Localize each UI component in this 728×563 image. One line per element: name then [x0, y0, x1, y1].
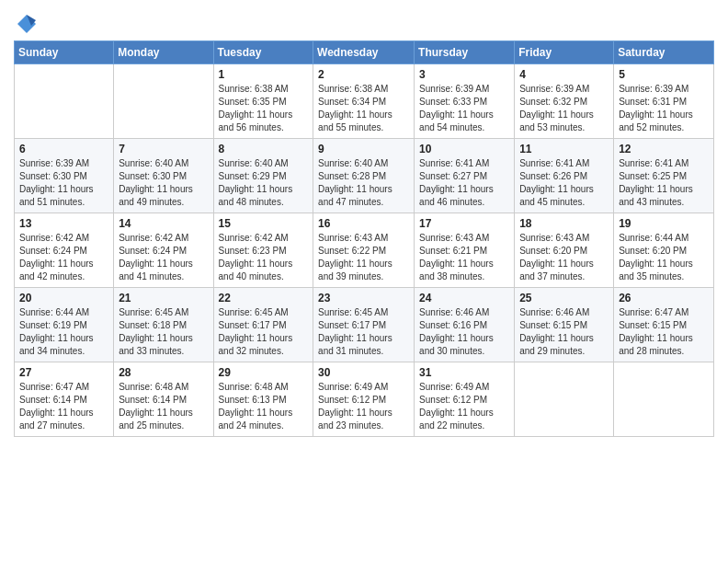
- col-header-thursday: Thursday: [415, 41, 515, 64]
- day-number: 10: [419, 143, 509, 155]
- logo-icon: [16, 13, 38, 35]
- calendar-cell: 27Sunrise: 6:47 AM Sunset: 6:14 PM Dayli…: [15, 362, 114, 437]
- day-number: 4: [519, 68, 609, 81]
- cell-details: Sunrise: 6:47 AM Sunset: 6:14 PM Dayligh…: [19, 381, 108, 432]
- calendar-cell: 3Sunrise: 6:39 AM Sunset: 6:33 PM Daylig…: [415, 64, 515, 139]
- calendar-week-1: 6Sunrise: 6:39 AM Sunset: 6:30 PM Daylig…: [15, 139, 714, 213]
- calendar-week-2: 13Sunrise: 6:42 AM Sunset: 6:24 PM Dayli…: [15, 213, 714, 288]
- calendar-cell: 8Sunrise: 6:40 AM Sunset: 6:29 PM Daylig…: [213, 139, 313, 213]
- day-number: 14: [119, 217, 208, 230]
- calendar-cell: 6Sunrise: 6:39 AM Sunset: 6:30 PM Daylig…: [15, 139, 114, 213]
- calendar-table: SundayMondayTuesdayWednesdayThursdayFrid…: [14, 40, 714, 437]
- day-number: 6: [19, 143, 108, 155]
- calendar-cell: 16Sunrise: 6:43 AM Sunset: 6:22 PM Dayli…: [313, 213, 415, 288]
- calendar-cell: 15Sunrise: 6:42 AM Sunset: 6:23 PM Dayli…: [213, 213, 313, 288]
- cell-details: Sunrise: 6:40 AM Sunset: 6:28 PM Dayligh…: [318, 157, 409, 209]
- col-header-sunday: Sunday: [15, 41, 114, 64]
- cell-details: Sunrise: 6:45 AM Sunset: 6:17 PM Dayligh…: [219, 306, 309, 358]
- day-number: 1: [219, 68, 309, 81]
- calendar-header-row: SundayMondayTuesdayWednesdayThursdayFrid…: [15, 41, 714, 64]
- day-number: 30: [318, 366, 409, 379]
- cell-details: Sunrise: 6:49 AM Sunset: 6:12 PM Dayligh…: [318, 381, 409, 432]
- day-number: 12: [619, 143, 709, 155]
- cell-details: Sunrise: 6:41 AM Sunset: 6:27 PM Dayligh…: [419, 157, 509, 209]
- cell-details: Sunrise: 6:43 AM Sunset: 6:20 PM Dayligh…: [519, 232, 609, 283]
- calendar-cell: 10Sunrise: 6:41 AM Sunset: 6:27 PM Dayli…: [415, 139, 515, 213]
- calendar-cell: 1Sunrise: 6:38 AM Sunset: 6:35 PM Daylig…: [213, 64, 313, 139]
- logo: [14, 13, 38, 35]
- cell-details: Sunrise: 6:40 AM Sunset: 6:30 PM Dayligh…: [119, 157, 208, 209]
- calendar-cell: 30Sunrise: 6:49 AM Sunset: 6:12 PM Dayli…: [313, 362, 415, 437]
- cell-details: Sunrise: 6:44 AM Sunset: 6:20 PM Dayligh…: [619, 232, 709, 283]
- cell-details: Sunrise: 6:42 AM Sunset: 6:23 PM Dayligh…: [219, 232, 309, 283]
- calendar-cell: 26Sunrise: 6:47 AM Sunset: 6:15 PM Dayli…: [614, 288, 714, 362]
- calendar-week-3: 20Sunrise: 6:44 AM Sunset: 6:19 PM Dayli…: [15, 288, 714, 362]
- calendar-cell: 7Sunrise: 6:40 AM Sunset: 6:30 PM Daylig…: [114, 139, 213, 213]
- calendar-cell: 21Sunrise: 6:45 AM Sunset: 6:18 PM Dayli…: [114, 288, 213, 362]
- calendar-cell: 24Sunrise: 6:46 AM Sunset: 6:16 PM Dayli…: [415, 288, 515, 362]
- calendar-week-0: 1Sunrise: 6:38 AM Sunset: 6:35 PM Daylig…: [15, 64, 714, 139]
- col-header-monday: Monday: [114, 41, 213, 64]
- calendar-cell: 2Sunrise: 6:38 AM Sunset: 6:34 PM Daylig…: [313, 64, 415, 139]
- cell-details: Sunrise: 6:38 AM Sunset: 6:34 PM Dayligh…: [318, 83, 409, 134]
- cell-details: Sunrise: 6:39 AM Sunset: 6:33 PM Dayligh…: [419, 83, 509, 134]
- calendar-cell: 25Sunrise: 6:46 AM Sunset: 6:15 PM Dayli…: [515, 288, 614, 362]
- cell-details: Sunrise: 6:41 AM Sunset: 6:25 PM Dayligh…: [619, 157, 709, 209]
- day-number: 25: [519, 292, 609, 304]
- calendar-cell: [515, 362, 614, 437]
- day-number: 22: [219, 292, 309, 304]
- calendar-cell: 20Sunrise: 6:44 AM Sunset: 6:19 PM Dayli…: [15, 288, 114, 362]
- calendar-cell: 13Sunrise: 6:42 AM Sunset: 6:24 PM Dayli…: [15, 213, 114, 288]
- calendar-cell: 14Sunrise: 6:42 AM Sunset: 6:24 PM Dayli…: [114, 213, 213, 288]
- day-number: 23: [318, 292, 409, 304]
- col-header-wednesday: Wednesday: [313, 41, 415, 64]
- cell-details: Sunrise: 6:44 AM Sunset: 6:19 PM Dayligh…: [19, 306, 108, 358]
- cell-details: Sunrise: 6:42 AM Sunset: 6:24 PM Dayligh…: [19, 232, 108, 283]
- calendar-week-4: 27Sunrise: 6:47 AM Sunset: 6:14 PM Dayli…: [15, 362, 714, 437]
- calendar-cell: 23Sunrise: 6:45 AM Sunset: 6:17 PM Dayli…: [313, 288, 415, 362]
- day-number: 9: [318, 143, 409, 155]
- calendar-cell: 17Sunrise: 6:43 AM Sunset: 6:21 PM Dayli…: [415, 213, 515, 288]
- day-number: 16: [318, 217, 409, 230]
- calendar-cell: 19Sunrise: 6:44 AM Sunset: 6:20 PM Dayli…: [614, 213, 714, 288]
- calendar-cell: [114, 64, 213, 139]
- cell-details: Sunrise: 6:39 AM Sunset: 6:30 PM Dayligh…: [19, 157, 108, 209]
- cell-details: Sunrise: 6:46 AM Sunset: 6:16 PM Dayligh…: [419, 306, 509, 358]
- cell-details: Sunrise: 6:49 AM Sunset: 6:12 PM Dayligh…: [419, 381, 509, 432]
- calendar-cell: [614, 362, 714, 437]
- cell-details: Sunrise: 6:46 AM Sunset: 6:15 PM Dayligh…: [519, 306, 609, 358]
- day-number: 19: [619, 217, 709, 230]
- cell-details: Sunrise: 6:41 AM Sunset: 6:26 PM Dayligh…: [519, 157, 609, 209]
- day-number: 15: [219, 217, 309, 230]
- day-number: 18: [519, 217, 609, 230]
- calendar-cell: 28Sunrise: 6:48 AM Sunset: 6:14 PM Dayli…: [114, 362, 213, 437]
- cell-details: Sunrise: 6:39 AM Sunset: 6:31 PM Dayligh…: [619, 83, 709, 134]
- calendar-cell: 11Sunrise: 6:41 AM Sunset: 6:26 PM Dayli…: [515, 139, 614, 213]
- day-number: 11: [519, 143, 609, 155]
- calendar-cell: 4Sunrise: 6:39 AM Sunset: 6:32 PM Daylig…: [515, 64, 614, 139]
- cell-details: Sunrise: 6:45 AM Sunset: 6:17 PM Dayligh…: [318, 306, 409, 358]
- calendar-cell: 18Sunrise: 6:43 AM Sunset: 6:20 PM Dayli…: [515, 213, 614, 288]
- day-number: 13: [19, 217, 108, 230]
- cell-details: Sunrise: 6:43 AM Sunset: 6:22 PM Dayligh…: [318, 232, 409, 283]
- svg-marker-0: [17, 15, 36, 33]
- day-number: 5: [619, 68, 709, 81]
- cell-details: Sunrise: 6:40 AM Sunset: 6:29 PM Dayligh…: [219, 157, 309, 209]
- day-number: 29: [219, 366, 309, 379]
- day-number: 26: [619, 292, 709, 304]
- calendar-cell: 9Sunrise: 6:40 AM Sunset: 6:28 PM Daylig…: [313, 139, 415, 213]
- day-number: 28: [119, 366, 208, 379]
- cell-details: Sunrise: 6:48 AM Sunset: 6:13 PM Dayligh…: [219, 381, 309, 432]
- day-number: 21: [119, 292, 208, 304]
- cell-details: Sunrise: 6:45 AM Sunset: 6:18 PM Dayligh…: [119, 306, 208, 358]
- cell-details: Sunrise: 6:43 AM Sunset: 6:21 PM Dayligh…: [419, 232, 509, 283]
- calendar-cell: 5Sunrise: 6:39 AM Sunset: 6:31 PM Daylig…: [614, 64, 714, 139]
- calendar-cell: 12Sunrise: 6:41 AM Sunset: 6:25 PM Dayli…: [614, 139, 714, 213]
- cell-details: Sunrise: 6:47 AM Sunset: 6:15 PM Dayligh…: [619, 306, 709, 358]
- col-header-friday: Friday: [515, 41, 614, 64]
- cell-details: Sunrise: 6:39 AM Sunset: 6:32 PM Dayligh…: [519, 83, 609, 134]
- calendar-cell: 31Sunrise: 6:49 AM Sunset: 6:12 PM Dayli…: [415, 362, 515, 437]
- day-number: 17: [419, 217, 509, 230]
- day-number: 3: [419, 68, 509, 81]
- page-header: [14, 9, 714, 35]
